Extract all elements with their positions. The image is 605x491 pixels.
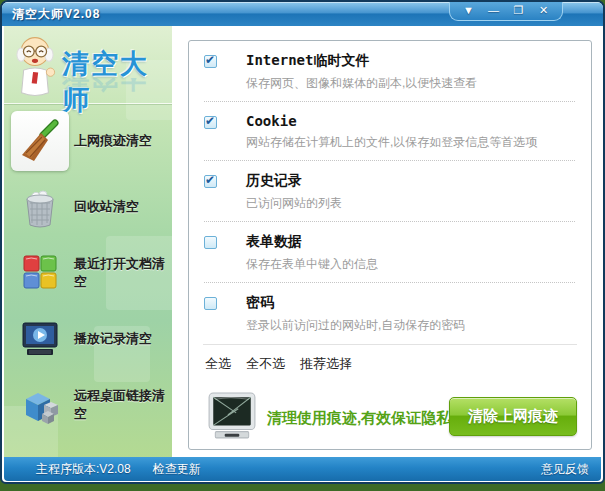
version-label: 主程序版本:V2.08 bbox=[36, 457, 131, 481]
option-row-cookie: Cookie 网站存储在计算机上的文件,以保存如登录信息等首选项 bbox=[189, 102, 591, 161]
option-description: 保存在表单中键入的信息 bbox=[246, 256, 577, 273]
checkbox[interactable] bbox=[204, 297, 217, 310]
sidebar-item-recycle-bin[interactable]: 回收站清空 bbox=[4, 174, 172, 240]
media-player-icon bbox=[18, 317, 62, 361]
window-title: 清空大师V2.08 bbox=[12, 6, 100, 23]
crt-monitor-icon bbox=[207, 391, 257, 441]
minimize-button[interactable]: — bbox=[481, 2, 506, 20]
sidebar-item-remote-desktop[interactable]: 远程桌面链接清空 bbox=[4, 372, 172, 438]
option-row-history: 历史记录 已访问网站的列表 bbox=[189, 161, 591, 222]
sidebar-item-label: 播放记录清空 bbox=[74, 330, 152, 348]
close-button[interactable]: ✕ bbox=[531, 2, 556, 20]
broom-icon bbox=[18, 119, 62, 163]
select-recommended-link[interactable]: 推荐选择 bbox=[300, 355, 352, 373]
checkbox[interactable] bbox=[204, 236, 217, 249]
recent-documents-icon bbox=[18, 251, 62, 295]
clean-traces-button[interactable]: 清除上网痕迹 bbox=[449, 397, 577, 436]
options-panel: Internet临时文件 保存网页、图像和媒体的副本,以便快速查看 Cookie… bbox=[188, 40, 592, 450]
titlebar[interactable]: 清空大师V2.08 ▼ — ❐ ✕ bbox=[2, 2, 603, 26]
action-area: 清理使用痕迹,有效保证隐私! 清除上网痕迹 bbox=[189, 389, 591, 459]
sidebar-item-web-traces[interactable]: 上网痕迹清空 bbox=[4, 108, 172, 174]
option-title[interactable]: Internet临时文件 bbox=[246, 52, 577, 70]
sidebar-item-playback-history[interactable]: 播放记录清空 bbox=[4, 306, 172, 372]
option-row-internet-temp-files: Internet临时文件 保存网页、图像和媒体的副本,以便快速查看 bbox=[189, 41, 591, 102]
sidebar-item-label: 上网痕迹清空 bbox=[74, 132, 152, 150]
recycle-bin-icon bbox=[18, 185, 62, 229]
checkbox[interactable] bbox=[204, 55, 217, 68]
sidebar-item-recent-documents[interactable]: 最近打开文档清空 bbox=[4, 240, 172, 306]
select-all-link[interactable]: 全选 bbox=[205, 355, 231, 373]
option-title[interactable]: Cookie bbox=[246, 113, 577, 129]
option-title[interactable]: 历史记录 bbox=[246, 172, 577, 190]
check-update-link[interactable]: 检查更新 bbox=[153, 457, 201, 481]
remote-desktop-icon bbox=[18, 383, 62, 427]
desktop-background: 清空大师V2.08 ▼ — ❐ ✕ bbox=[0, 0, 605, 491]
sidebar: 清空大师 清空大师 上网痕迹清空 bbox=[4, 26, 172, 460]
window-controls: ▼ — ❐ ✕ bbox=[449, 2, 563, 21]
option-row-password: 密码 登录以前访问过的网站时,自动保存的密码 bbox=[189, 283, 591, 334]
window-menu-button[interactable]: ▼ bbox=[456, 2, 481, 20]
option-title[interactable]: 密码 bbox=[246, 294, 577, 312]
option-row-form-data: 表单数据 保存在表单中键入的信息 bbox=[189, 222, 591, 283]
select-none-link[interactable]: 全不选 bbox=[246, 355, 285, 373]
option-description: 网站存储在计算机上的文件,以保存如登录信息等首选项 bbox=[246, 134, 577, 151]
option-description: 登录以前访问过的网站时,自动保存的密码 bbox=[246, 317, 577, 334]
statusbar: 主程序版本:V2.08 检查更新 意见反馈 bbox=[4, 457, 601, 481]
maximize-button[interactable]: ❐ bbox=[506, 2, 531, 20]
app-window: 清空大师V2.08 ▼ — ❐ ✕ bbox=[0, 0, 605, 484]
app-logo: 清空大师 清空大师 bbox=[4, 26, 172, 104]
feedback-link[interactable]: 意见反馈 bbox=[541, 457, 589, 481]
statusbar-left: 主程序版本:V2.08 检查更新 bbox=[36, 457, 201, 481]
sidebar-item-label: 最近打开文档清空 bbox=[74, 255, 172, 291]
sidebar-item-label: 远程桌面链接清空 bbox=[74, 387, 172, 423]
option-description: 已访问网站的列表 bbox=[246, 195, 577, 212]
promo-text: 清理使用痕迹,有效保证隐私! bbox=[267, 409, 456, 428]
sidebar-item-label: 回收站清空 bbox=[74, 198, 139, 216]
checkbox[interactable] bbox=[204, 116, 217, 129]
option-description: 保存网页、图像和媒体的副本,以便快速查看 bbox=[246, 75, 577, 92]
brand-reflection: 清空大师 bbox=[62, 78, 172, 96]
option-title[interactable]: 表单数据 bbox=[246, 233, 577, 251]
selection-links: 全选 全不选 推荐选择 bbox=[189, 345, 591, 373]
checkbox[interactable] bbox=[204, 175, 217, 188]
mascot-doctor-icon bbox=[10, 34, 60, 98]
sidebar-menu: 上网痕迹清空 回收站清空 bbox=[4, 108, 172, 460]
